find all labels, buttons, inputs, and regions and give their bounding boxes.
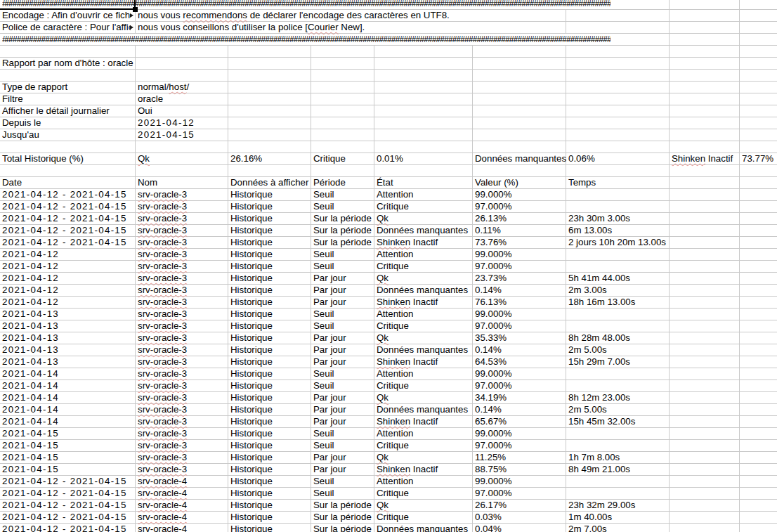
cell-date[interactable]: 2021-04-14 xyxy=(0,404,136,415)
cell-empty[interactable] xyxy=(740,524,777,532)
cell-data-type[interactable]: Historique xyxy=(228,476,311,487)
cell-name[interactable]: srv-oracle-3 xyxy=(136,249,228,260)
cell-empty[interactable] xyxy=(670,392,740,403)
cell-empty[interactable] xyxy=(670,46,740,57)
cell-data-type[interactable]: Historique xyxy=(228,201,311,212)
cell-empty[interactable] xyxy=(311,58,374,69)
cell-empty[interactable] xyxy=(670,476,740,487)
cell-empty[interactable] xyxy=(670,34,740,45)
cell-empty[interactable] xyxy=(670,82,740,93)
cell-data-type[interactable]: Historique xyxy=(228,524,311,532)
cell-time[interactable] xyxy=(566,476,670,487)
cell-empty[interactable] xyxy=(228,105,311,117)
cell-data-type[interactable]: Historique xyxy=(228,416,311,427)
cell-empty[interactable] xyxy=(228,165,311,176)
cell-data-type[interactable]: Historique xyxy=(228,380,311,391)
cell-empty[interactable] xyxy=(228,141,311,153)
cell-time[interactable]: 18h 16m 13.00s xyxy=(566,297,670,308)
cell-data-type[interactable]: Historique xyxy=(228,512,311,523)
cell-empty[interactable] xyxy=(740,177,777,188)
cell-period[interactable]: Sur la période xyxy=(311,225,374,236)
cell-report-title[interactable]: Rapport par nom d'hôte : oracle xyxy=(0,58,136,69)
cell-empty[interactable] xyxy=(374,165,473,176)
cell-data-type[interactable]: Historique xyxy=(228,249,311,260)
cell-data-type[interactable]: Historique xyxy=(228,368,311,379)
cell-empty[interactable] xyxy=(740,0,777,9)
cell-data-type[interactable]: Historique xyxy=(228,452,311,463)
cell-empty[interactable] xyxy=(228,82,311,93)
cell-date[interactable]: 2021-04-12 - 2021-04-15 xyxy=(0,201,136,212)
cell-date[interactable]: 2021-04-12 - 2021-04-15 xyxy=(0,237,136,248)
cell-value[interactable]: 11.25% xyxy=(473,452,566,463)
cell-empty[interactable] xyxy=(740,34,777,45)
cell-name[interactable]: srv-oracle-4 xyxy=(136,524,228,532)
cell-date[interactable]: 2021-04-14 xyxy=(0,368,136,379)
column-header[interactable]: Valeur (%) xyxy=(473,177,566,188)
cell-empty[interactable] xyxy=(0,70,136,81)
cell-empty[interactable] xyxy=(740,440,777,451)
cell-empty[interactable] xyxy=(670,488,740,499)
cell-period[interactable]: Seuil xyxy=(311,440,374,451)
cell-period[interactable]: Seuil xyxy=(311,368,374,379)
cell-data-type[interactable]: Historique xyxy=(228,464,311,475)
cell-data-type[interactable]: Historique xyxy=(228,344,311,356)
cell-date[interactable]: 2021-04-12 - 2021-04-15 xyxy=(0,225,136,236)
cell-empty[interactable] xyxy=(566,58,670,69)
cell-notice-message[interactable]: nous vous conseillons d'utiliser la poli… xyxy=(136,22,566,33)
cell-empty[interactable] xyxy=(473,117,566,129)
cell-name[interactable]: srv-oracle-4 xyxy=(136,512,228,523)
cell-empty[interactable] xyxy=(740,82,777,93)
cell-value[interactable]: 97.000% xyxy=(473,440,566,451)
cell-empty[interactable] xyxy=(740,273,777,284)
cell-empty[interactable] xyxy=(740,58,777,69)
cell-state[interactable]: Critique xyxy=(374,512,473,523)
cell-period[interactable]: Par jour xyxy=(311,344,374,356)
cell-value[interactable]: 0.06% xyxy=(566,153,670,164)
cell-state[interactable]: Qk xyxy=(374,452,473,463)
cell-state[interactable]: Attention xyxy=(374,189,473,200)
cell-param-value[interactable]: normal/host/ xyxy=(136,82,228,93)
cell-value[interactable]: 34.19% xyxy=(473,392,566,403)
cell-name[interactable]: srv-oracle-3 xyxy=(136,392,228,403)
cell-value[interactable]: 35.33% xyxy=(473,332,566,344)
cell-data-type[interactable]: Historique xyxy=(228,392,311,403)
cell-state[interactable]: Shinken Inactif xyxy=(374,237,473,248)
cell-empty[interactable] xyxy=(670,22,740,33)
cell-state[interactable]: Shinken Inactif xyxy=(374,356,473,368)
cell-empty[interactable] xyxy=(740,285,777,296)
cell-period[interactable]: Seuil xyxy=(311,261,374,272)
cell-empty[interactable] xyxy=(374,93,473,105)
cell-name[interactable]: srv-oracle-3 xyxy=(136,452,228,463)
cell-empty[interactable] xyxy=(740,404,777,415)
cell-param-label[interactable]: Afficher le détail journalier xyxy=(0,105,136,117)
cell-name[interactable]: srv-oracle-3 xyxy=(136,368,228,379)
cell-empty[interactable] xyxy=(740,368,777,379)
cell-period[interactable]: Seuil xyxy=(311,320,374,332)
cell-time[interactable] xyxy=(566,320,670,332)
cell-empty[interactable] xyxy=(740,476,777,487)
cell-state[interactable]: Qk xyxy=(374,273,473,284)
cell-empty[interactable] xyxy=(670,320,740,332)
cell-param-label[interactable]: Filtre xyxy=(0,93,136,105)
cell-empty[interactable] xyxy=(740,129,777,141)
cell-period[interactable]: Sur la période xyxy=(311,512,374,523)
cell-empty[interactable] xyxy=(670,500,740,511)
cell-empty[interactable] xyxy=(740,261,777,272)
cell-empty[interactable] xyxy=(374,58,473,69)
cell-empty[interactable] xyxy=(670,380,740,391)
cell-empty[interactable] xyxy=(374,70,473,81)
cell-empty[interactable] xyxy=(740,297,777,308)
cell-empty[interactable] xyxy=(740,464,777,475)
cell-data-type[interactable]: Historique xyxy=(228,273,311,284)
cell-empty[interactable] xyxy=(740,452,777,463)
cell-state[interactable]: Données manquantes xyxy=(374,404,473,415)
cell-period[interactable]: Par jour xyxy=(311,392,374,403)
cell-empty[interactable] xyxy=(0,165,136,176)
cell-empty[interactable] xyxy=(670,452,740,463)
cell-time[interactable]: 2m 7.00s xyxy=(566,524,670,532)
cell-empty[interactable] xyxy=(311,165,374,176)
cell-date[interactable]: 2021-04-13 xyxy=(0,332,136,344)
cell-empty[interactable] xyxy=(740,10,777,21)
cell-param-value[interactable]: oracle xyxy=(136,93,228,105)
cell-empty[interactable] xyxy=(670,165,740,176)
